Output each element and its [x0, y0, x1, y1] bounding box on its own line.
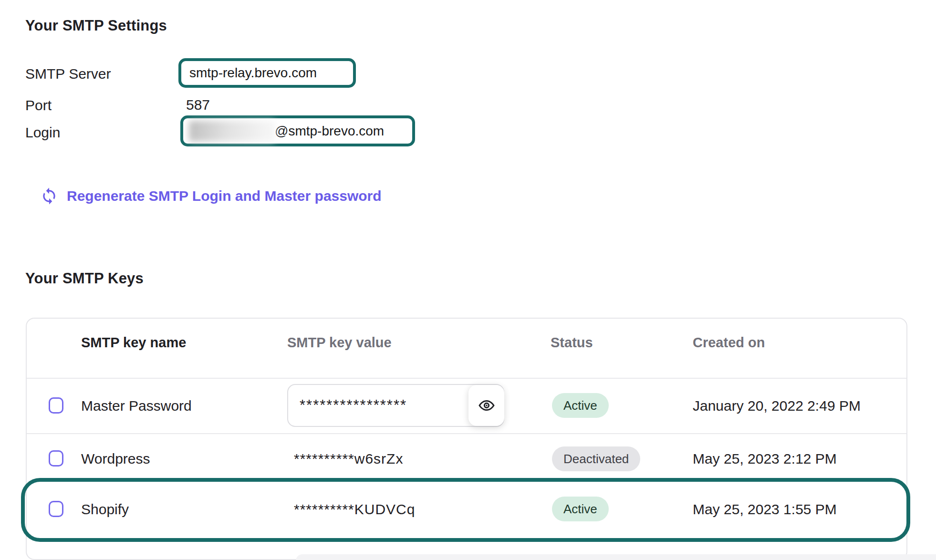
smtp-server-label: SMTP Server [25, 66, 111, 82]
login-label: Login [25, 124, 60, 141]
created-on-date: January 20, 2022 2:49 PM [693, 398, 861, 414]
row-checkbox-wordpress[interactable] [49, 450, 63, 467]
login-value-highlight: @smtp-brevo.com [180, 115, 415, 146]
regenerate-smtp-login-link[interactable]: Regenerate SMTP Login and Master passwor… [40, 187, 382, 205]
created-on-date: May 25, 2023 1:55 PM [693, 501, 837, 518]
column-header-key-name: SMTP key name [81, 335, 186, 351]
regenerate-link-label: Regenerate SMTP Login and Master passwor… [67, 188, 382, 204]
eye-icon [478, 397, 495, 414]
smtp-settings-heading: Your SMTP Settings [25, 17, 167, 34]
status-badge-active: Active [552, 393, 609, 418]
column-header-key-value: SMTP key value [287, 335, 392, 351]
show-password-button[interactable] [468, 385, 504, 426]
port-value: 587 [186, 97, 210, 113]
redacted-login-prefix [189, 121, 275, 142]
master-password-masked-value: **************** [300, 397, 407, 414]
column-header-created-on: Created on [693, 335, 765, 351]
key-name-shopify: Shopify [81, 501, 129, 518]
refresh-sync-icon [40, 187, 58, 205]
row-checkbox-master-password[interactable] [49, 397, 63, 414]
key-name-master-password: Master Password [81, 398, 192, 414]
status-badge-deactivated: Deactivated [552, 446, 640, 471]
key-value-shopify: **********KUDVCq [294, 501, 415, 518]
smtp-server-value: smtp-relay.brevo.com [189, 65, 317, 81]
login-value: @smtp-brevo.com [275, 124, 384, 139]
next-section-top-edge [296, 554, 936, 560]
created-on-date: May 25, 2023 2:12 PM [693, 451, 837, 467]
table-divider [27, 378, 906, 379]
smtp-settings-page: Your SMTP Settings SMTP Server smtp-rela… [0, 0, 936, 560]
table-divider [27, 433, 906, 434]
row-checkbox-shopify[interactable] [49, 501, 63, 517]
port-label: Port [25, 97, 52, 114]
status-badge-active: Active [552, 497, 609, 521]
smtp-keys-heading: Your SMTP Keys [25, 270, 144, 287]
smtp-server-value-highlight: smtp-relay.brevo.com [178, 58, 356, 88]
column-header-status: Status [551, 335, 593, 351]
key-name-wordpress: Wordpress [81, 451, 150, 467]
key-value-wordpress: **********w6srZx [294, 451, 403, 467]
smtp-keys-table-card [26, 318, 907, 560]
